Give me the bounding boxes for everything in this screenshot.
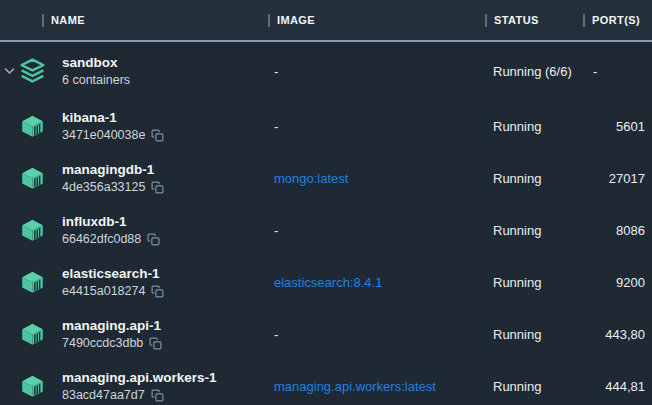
image-name[interactable]: managing.api.workers:latest [268, 360, 485, 405]
copy-icon[interactable] [151, 389, 164, 402]
image-name: - [268, 308, 485, 360]
containers-table: NAME IMAGE STATUS PORT(S) [0, 0, 652, 405]
status-text: Running [485, 204, 583, 256]
chevron-down-icon[interactable] [4, 66, 15, 76]
name-text: sandbox 6 containers [62, 54, 130, 89]
container-name: sandbox [62, 54, 130, 72]
container-subline: 6 containers [62, 72, 130, 89]
copy-icon[interactable] [151, 285, 164, 298]
table-row[interactable]: kibana-1 3471e040038e - Running 5601 [0, 100, 652, 152]
name-cell: kibana-1 3471e040038e [0, 100, 268, 152]
container-name: elasticsearch-1 [62, 265, 164, 283]
name-cell: influxdb-1 66462dfc0d88 [0, 204, 268, 256]
column-label: PORT(S) [592, 14, 640, 26]
name-text: kibana-1 3471e040038e [62, 109, 164, 144]
column-divider [42, 14, 44, 27]
container-id: 3471e040038e [62, 127, 145, 144]
container-id: e4415a018274 [62, 283, 145, 300]
container-cube-icon [19, 165, 46, 191]
status-text: Running (6/6) [485, 42, 583, 100]
container-cube-icon [19, 321, 46, 347]
table-row[interactable]: managingdb-1 4de356a33125 mongo:latest R… [0, 152, 652, 204]
column-header-ports[interactable]: PORT(S) [583, 0, 652, 40]
status-text: Running [485, 256, 583, 308]
column-label: STATUS [494, 14, 539, 26]
ports-text: 8086 [583, 204, 652, 256]
container-name: managing.api-1 [62, 317, 162, 335]
container-subline: 83acd47aa7d7 [62, 387, 217, 404]
name-cell: elasticsearch-1 e4415a018274 [0, 256, 268, 308]
copy-icon[interactable] [149, 337, 162, 350]
image-name: - [268, 42, 485, 100]
status-text: Running [485, 360, 583, 405]
status-text: Running [485, 308, 583, 360]
column-label: NAME [51, 14, 85, 26]
name-text: managing.api.workers-1 83acd47aa7d7 [62, 369, 217, 404]
status-text: Running [485, 152, 583, 204]
column-header-status[interactable]: STATUS [485, 0, 583, 40]
container-subline: 3471e040038e [62, 127, 164, 144]
image-name[interactable]: mongo:latest [268, 152, 485, 204]
container-name: influxdb-1 [62, 213, 160, 231]
table-row[interactable]: managing.api-1 7490ccdc3dbb - Running 44… [0, 308, 652, 360]
container-cube-icon [19, 269, 46, 295]
name-cell: managing.api-1 7490ccdc3dbb [0, 308, 268, 360]
container-id: 66462dfc0d88 [62, 231, 141, 248]
ports-text: - [583, 42, 652, 100]
name-text: managing.api-1 7490ccdc3dbb [62, 317, 162, 352]
copy-icon[interactable] [151, 181, 164, 194]
column-header-name[interactable]: NAME [0, 0, 268, 40]
ports-text: 443,80 [583, 308, 652, 360]
column-divider [583, 14, 585, 27]
container-id: 4de356a33125 [62, 179, 145, 196]
container-subline: e4415a018274 [62, 283, 164, 300]
name-text: elasticsearch-1 e4415a018274 [62, 265, 164, 300]
name-cell: managingdb-1 4de356a33125 [0, 152, 268, 204]
table-body: sandbox 6 containers - Running (6/6) - [0, 42, 652, 405]
ports-text: 27017 [583, 152, 652, 204]
name-cell: managing.api.workers-1 83acd47aa7d7 [0, 360, 268, 405]
column-header-image[interactable]: IMAGE [268, 0, 485, 40]
copy-icon[interactable] [147, 233, 160, 246]
container-id: 7490ccdc3dbb [62, 335, 143, 352]
column-label: IMAGE [277, 14, 315, 26]
stack-layers-icon [19, 58, 46, 84]
table-row[interactable]: managing.api.workers-1 83acd47aa7d7 mana… [0, 360, 652, 405]
ports-text: 5601 [583, 100, 652, 152]
image-name: - [268, 100, 485, 152]
table-row[interactable]: sandbox 6 containers - Running (6/6) - [0, 42, 652, 100]
container-subline: 7490ccdc3dbb [62, 335, 162, 352]
ports-text: 9200 [583, 256, 652, 308]
container-cube-icon [19, 113, 46, 139]
image-name[interactable]: elasticsearch:8.4.1 [268, 256, 485, 308]
container-id: 83acd47aa7d7 [62, 387, 145, 404]
table-row[interactable]: influxdb-1 66462dfc0d88 - Running 8086 [0, 204, 652, 256]
table-row[interactable]: elasticsearch-1 e4415a018274 elasticsear… [0, 256, 652, 308]
copy-icon[interactable] [151, 129, 164, 142]
name-text: managingdb-1 4de356a33125 [62, 161, 164, 196]
container-cube-icon [19, 217, 46, 243]
status-text: Running [485, 100, 583, 152]
container-name: managing.api.workers-1 [62, 369, 217, 387]
image-name: - [268, 204, 485, 256]
column-divider [485, 14, 487, 27]
container-name: kibana-1 [62, 109, 164, 127]
container-subline: 66462dfc0d88 [62, 231, 160, 248]
table-header: NAME IMAGE STATUS PORT(S) [0, 0, 652, 42]
container-id: 6 containers [62, 72, 130, 89]
ports-text: 444,81 [583, 360, 652, 405]
container-name: managingdb-1 [62, 161, 164, 179]
column-divider [268, 14, 270, 27]
container-subline: 4de356a33125 [62, 179, 164, 196]
name-text: influxdb-1 66462dfc0d88 [62, 213, 160, 248]
container-cube-icon [19, 373, 46, 399]
name-cell: sandbox 6 containers [0, 42, 268, 100]
